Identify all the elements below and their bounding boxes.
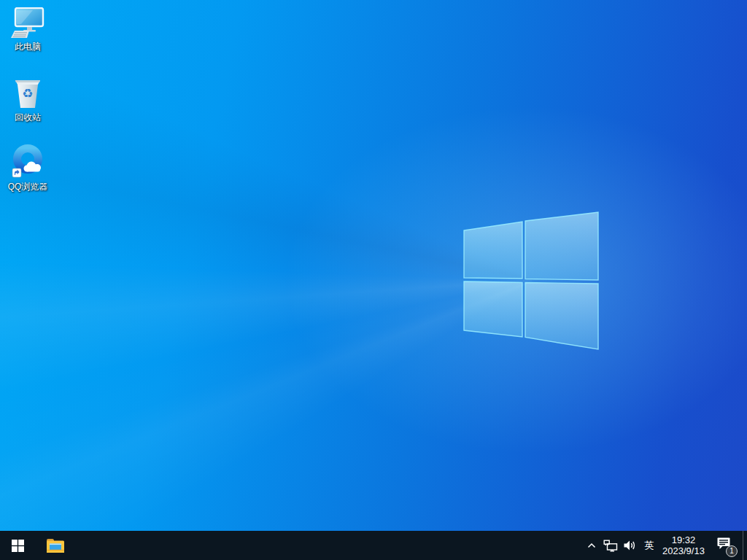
windows-logo-wallpaper	[461, 210, 600, 351]
folder-icon	[46, 537, 65, 553]
qq-browser-icon	[10, 144, 45, 179]
clock-date: 2023/9/13	[662, 545, 705, 556]
chevron-up-icon	[587, 541, 597, 550]
desktop-icon-recycle-bin[interactable]: ♻ 回收站	[1, 75, 55, 122]
clock-time: 19:32	[672, 534, 696, 545]
show-hidden-icons-button[interactable]	[582, 531, 601, 560]
computer-icon	[11, 4, 44, 39]
desktop-wallpaper	[0, 0, 747, 560]
speaker-icon	[623, 540, 636, 551]
windows-desktop: 此电脑 ♻ 回收站	[0, 0, 747, 560]
desktop-icon-this-pc[interactable]: 此电脑	[1, 4, 55, 52]
ethernet-network-icon	[603, 540, 618, 552]
network-tray-button[interactable]	[601, 531, 620, 560]
windows-logo-icon	[12, 540, 24, 552]
volume-tray-button[interactable]	[620, 531, 639, 560]
file-explorer-button[interactable]	[41, 531, 70, 560]
taskbar-clock[interactable]: 19:32 2023/9/13	[659, 531, 708, 560]
system-tray: 英 19:32 2023/9/13 1	[582, 531, 747, 560]
recycle-bin-icon: ♻	[13, 75, 42, 110]
show-desktop-button[interactable]	[743, 531, 747, 560]
svg-text:♻: ♻	[22, 86, 33, 101]
input-language-indicator[interactable]: 英	[639, 531, 659, 560]
shortcut-arrow-badge	[12, 168, 21, 177]
desktop-icon-qq-browser[interactable]: QQ浏览器	[1, 144, 55, 192]
input-language-label: 英	[645, 539, 654, 552]
action-center-button[interactable]: 1	[708, 531, 743, 560]
desktop-icon-label: 此电脑	[15, 42, 41, 52]
wallpaper-glow	[0, 0, 747, 560]
taskbar: 英 19:32 2023/9/13 1	[0, 531, 747, 560]
desktop-icon-label: 回收站	[15, 112, 41, 122]
notification-count-badge: 1	[726, 545, 738, 557]
desktop-icon-label: QQ浏览器	[8, 182, 48, 192]
start-button[interactable]	[0, 531, 35, 560]
